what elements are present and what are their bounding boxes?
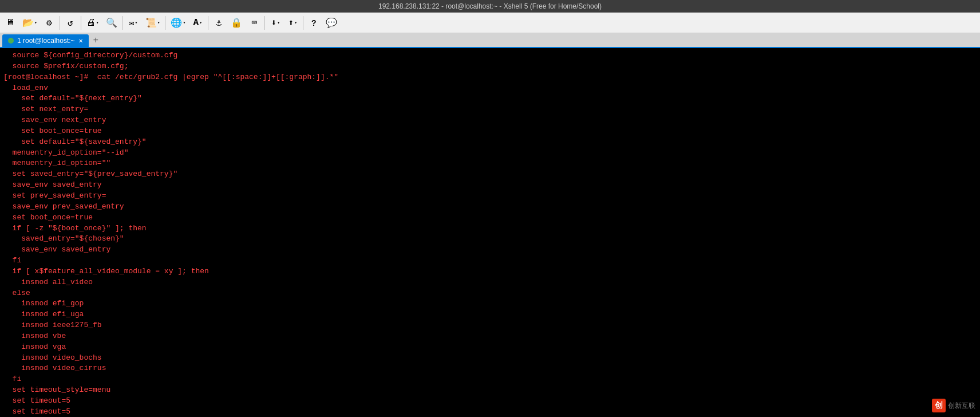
terminal-line: insmod vga [3,342,977,353]
sftp-btn[interactable]: ⚓ [211,15,227,31]
terminal-tab[interactable]: 1 root@localhost:~ ✕ [2,34,89,47]
terminal-output: source ${config_directory}/custom.cfg so… [3,50,977,417]
separator-7 [303,16,303,30]
upload-btn[interactable]: ⬆▾ [284,15,301,31]
terminal-line: insmod video_cirrus [3,363,977,374]
terminal-line: set boot_once=true [3,126,977,137]
terminal-line: insmod all_video [3,277,977,288]
properties-btn[interactable]: ⚙ [41,15,57,31]
terminal-line: [root@localhost ~]# cat /etc/grub2.cfg |… [3,72,977,83]
terminal-area[interactable]: source ${config_directory}/custom.cfg so… [0,48,980,417]
terminal-line: insmod efi_uga [3,309,977,320]
watermark-logo: 创 [932,399,946,412]
title-bar: 192.168.238.131:22 - root@localhost:~ - … [0,0,980,13]
terminal-line: insmod vbe [3,331,977,342]
add-tab-btn[interactable]: + [89,34,104,47]
separator-2 [81,16,81,30]
terminal-line: menuentry_id_option="--id" [3,148,977,159]
terminal-line: set next_entry= [3,104,977,115]
terminal-line: if [ x$feature_all_video_module = xy ]; … [3,266,977,277]
open-session-btn[interactable]: 📂▾ [19,15,40,31]
terminal-line: fi [3,255,977,266]
help-btn[interactable]: ? [306,15,322,31]
terminal-line: save_env saved_entry [3,245,977,255]
font-btn[interactable]: A▾ [189,15,206,31]
terminal-line: load_env [3,83,977,94]
terminal-line: set timeout_style=menu [3,385,977,396]
keyboard-btn[interactable]: ⌨ [246,15,262,31]
reconnect-btn[interactable]: ↺ [62,15,78,31]
lock-btn[interactable]: 🔒 [228,15,245,31]
terminal-line: menuentry_id_option="" [3,158,977,169]
terminal-line: save_env prev_saved_entry [3,202,977,213]
watermark-text: 创新互联 [948,401,975,411]
print-btn[interactable]: 🖨▾ [84,15,102,31]
terminal-line: source $prefix/custom.cfg; [3,61,977,72]
terminal-line: source ${config_directory}/custom.cfg [3,50,977,61]
terminal-line: set default="${saved_entry}" [3,137,977,148]
terminal-line: set saved_entry="${prev_saved_entry}" [3,169,977,180]
tab-close-btn[interactable]: ✕ [78,38,83,44]
tab-label: 1 root@localhost:~ [17,37,75,45]
separator-5 [208,16,208,30]
terminal-line: save_env saved_entry [3,180,977,191]
terminal-line: set timeout=5 [3,396,977,407]
terminal-line: set boot_once=true [3,213,977,223]
terminal-line: if [ -z "${boot_once}" ]; then [3,223,977,234]
terminal-line: fi [3,374,977,385]
watermark: 创 创新互联 [932,399,975,412]
terminal-line: set default="${next_entry}" [3,93,977,104]
transfer-btn[interactable]: 🌐▾ [168,15,188,31]
terminal-line: set timeout=5 [3,407,977,417]
terminal-line: insmod video_bochs [3,353,977,364]
chat-btn[interactable]: 💬 [323,15,340,31]
terminal-line: else [3,288,977,299]
find-btn[interactable]: 🔍 [103,15,120,31]
terminal-line: insmod efi_gop [3,298,977,309]
compose-btn[interactable]: ✉▾ [125,15,141,31]
terminal-line: insmod ieee1275_fb [3,320,977,331]
terminal-line: saved_entry="${chosen}" [3,234,977,245]
download-btn[interactable]: ⬇▾ [267,15,283,31]
scripts-btn[interactable]: 📜▾ [143,15,163,31]
connection-indicator [8,38,14,44]
window-title: 192.168.238.131:22 - root@localhost:~ - … [0,2,980,10]
terminal-line: set prev_saved_entry= [3,191,977,202]
separator-4 [165,16,165,30]
tab-bar: 1 root@localhost:~ ✕ + [0,33,980,48]
new-session-btn[interactable]: 🖥 [2,15,18,31]
separator-1 [60,16,60,30]
separator-6 [264,16,265,30]
separator-3 [122,16,123,30]
toolbar: 🖥 📂▾ ⚙ ↺ 🖨▾ 🔍 ✉▾ 📜▾ 🌐▾ A▾ ⚓ 🔒 ⌨ ⬇▾ ⬆▾ ? … [0,13,980,33]
terminal-line: save_env next_entry [3,115,977,126]
